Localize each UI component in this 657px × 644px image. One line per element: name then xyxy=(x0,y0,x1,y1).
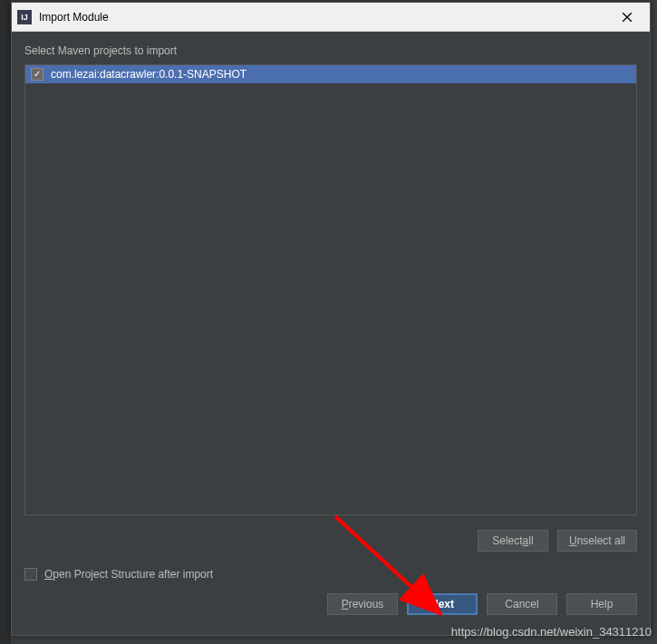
close-button[interactable] xyxy=(608,5,646,30)
open-structure-label: Open Project Structure after import xyxy=(44,568,213,581)
cancel-button[interactable]: Cancel xyxy=(487,593,557,615)
open-structure-checkbox[interactable] xyxy=(24,568,37,581)
previous-button[interactable]: Previous xyxy=(327,593,398,615)
projects-list[interactable]: com.lezai:datacrawler:0.0.1-SNAPSHOT xyxy=(24,64,637,515)
next-button[interactable]: Next xyxy=(407,593,478,615)
import-module-dialog: IJ Import Module Select Maven projects t… xyxy=(11,2,651,636)
watermark: https://blog.csdn.net/weixin_34311210 xyxy=(451,625,652,639)
background-sidebar xyxy=(0,0,11,644)
close-icon xyxy=(623,13,632,22)
dialog-content: Select Maven projects to import com.leza… xyxy=(12,32,650,635)
select-all-button[interactable]: Select all xyxy=(478,530,548,552)
section-label: Select Maven projects to import xyxy=(24,44,637,57)
dialog-title: Import Module xyxy=(39,11,608,24)
unselect-all-button[interactable]: Unselect all xyxy=(557,530,637,552)
intellij-icon: IJ xyxy=(17,10,32,24)
project-checkbox[interactable] xyxy=(31,68,43,81)
help-button[interactable]: Help xyxy=(566,593,637,615)
project-label: com.lezai:datacrawler:0.0.1-SNAPSHOT xyxy=(51,68,246,81)
footer-buttons: Previous Next Cancel Help xyxy=(24,593,637,626)
open-structure-row: Open Project Structure after import xyxy=(24,568,637,581)
project-item[interactable]: com.lezai:datacrawler:0.0.1-SNAPSHOT xyxy=(25,65,636,83)
titlebar: IJ Import Module xyxy=(12,3,650,32)
select-row: Select all Unselect all xyxy=(24,530,637,552)
